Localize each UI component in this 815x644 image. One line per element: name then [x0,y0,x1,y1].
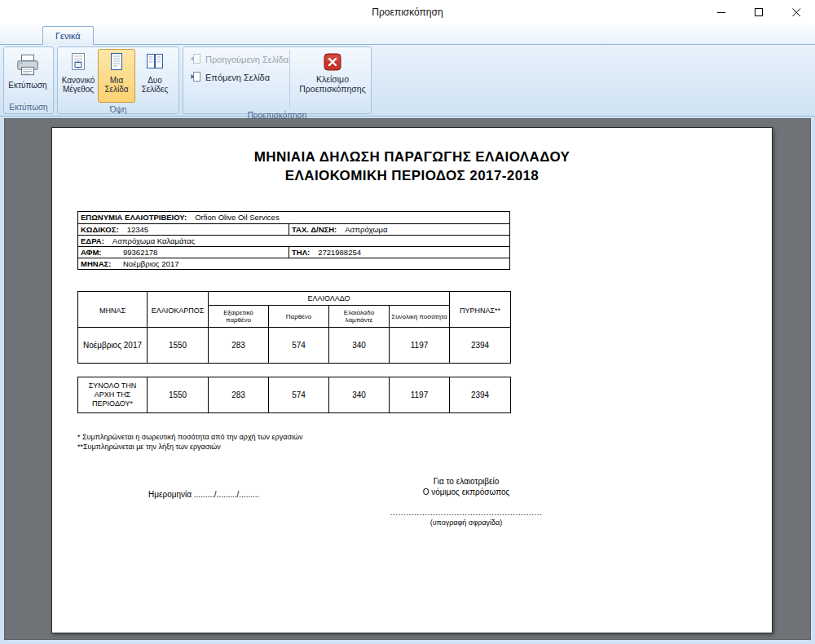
ribbon: Εκτύπωση Εκτύπωση [0,45,815,117]
page-nav-stack: Προηγούμενη Σελίδα Επόμενη Σελίδα [185,49,289,87]
month-label: ΜΗΝΑΣ: [81,258,115,269]
date-line: Ημερομηνία ........./........./......... [148,490,259,499]
previous-page-label: Προηγούμενη Σελίδα [205,55,289,64]
info-row-month: ΜΗΝΑΣ: Νοέμβριος 2017 [78,258,509,269]
tab-genika[interactable]: Γενικά [42,26,94,45]
cell-pomace: 2394 [450,328,511,364]
previous-page-button: Προηγούμενη Σελίδα [187,51,288,67]
print-button[interactable]: Εκτύπωση [6,49,50,99]
total-lampante: 340 [329,377,390,413]
close-icon [792,8,801,17]
tax-address-label: ΤΑΧ. Δ/ΝΣΗ: [292,224,337,235]
print-button-label: Εκτύπωση [8,81,46,90]
totals-label: ΣΥΝΟΛΟ ΤΗΝ ΑΡΧΗ ΤΗΣ ΠΕΡΙΟΔΟΥ* [78,377,148,413]
tel-value: 2721988254 [318,247,361,258]
one-page-label: Μια Σελίδα [99,76,134,94]
normal-size-button[interactable]: Κανονικό Μέγεθος [59,49,97,103]
total-olive-fruit: 1550 [148,377,209,413]
view-group-label: Όψη [58,104,178,115]
signature-dots-line: ........................................… [385,507,548,518]
mill-name-value: Orfion Olive Oil Services [195,212,279,223]
minimize-button[interactable] [703,0,740,24]
signature-stamp-line: (υπογραφή σφραγίδα) [385,518,548,528]
printer-icon [15,53,40,79]
cell-total-quantity: 1197 [390,328,450,364]
close-preview-label: Κλείσιμο Προεπισκόπησης [296,74,369,94]
header-olive-fruit: ΕΛΑΙΟΚΑΡΠΟΣ [148,292,209,328]
one-page-button[interactable]: Μια Σελίδα [98,49,135,103]
total-virgin: 574 [269,377,329,413]
mill-name-label: ΕΠΩΝΥΜΙΑ ΕΛΑΙΟΤΡΙΒΕΙΟΥ: [81,212,187,223]
subheader-lampante: Ελαιόλαδο λαμπάντε [329,306,390,328]
maximize-button[interactable] [740,0,778,24]
mill-code-value: 12345 [127,224,148,235]
next-page-label: Επόμενη Σελίδα [205,73,270,82]
two-pages-label: Δυο Σελίδες [137,76,173,94]
afm-label: ΑΦΜ: [81,247,115,258]
close-preview-button[interactable]: Κλείσιμο Προεπισκόπησης [295,50,370,104]
window-controls [703,0,815,24]
document-page: ΜΗΝΙΑΙΑ ΔΗΛΩΣΗ ΠΑΡΑΓΩΓΗΣ ΕΛΑΙΟΛΑΔΟΥ ΕΛΑΙ… [51,127,773,633]
ribbon-group-view: Κανονικό Μέγεθος Μια Σελίδα [57,46,179,114]
tel-label: ΤΗΛ: [292,247,310,258]
tax-address-value: Ασπρόχωμα [345,224,387,235]
subheader-virgin: Παρθένο [269,306,329,328]
next-page-button[interactable]: Επόμενη Σελίδα [187,69,288,85]
signature-block: Για το ελαιοτριβείο Ο νόμιμος εκπρόσωπος… [385,476,548,528]
seat-value: Ασπρόχωμα Καλαμάτας [112,236,195,246]
titlebar: Προεπισκόπηση [0,0,815,24]
seat-label: ΕΔΡΑ: [81,236,104,246]
document-title-line1: ΜΗΝΙΑΙΑ ΔΗΛΩΣΗ ΠΑΡΑΓΩΓΗΣ ΕΛΑΙΟΛΑΔΟΥ [52,149,772,165]
ribbon-group-print: Εκτύπωση Εκτύπωση [3,46,54,114]
cell-lampante: 340 [329,328,390,364]
print-group-label: Εκτύπωση [4,102,53,113]
subheader-extra-virgin: Εξαιρετικό παρθένο [209,306,269,328]
preview-window: Προεπισκόπηση Γενικά [0,0,815,644]
cell-extra-virgin: 283 [209,328,269,364]
close-button[interactable] [778,0,815,24]
subheader-total-quantity: Συνολική ποσότητα [390,306,450,328]
info-row-code-taxaddr: ΚΩΔΙΚΟΣ: 12345 ΤΑΧ. Δ/ΝΣΗ: Ασπρόχωμα [78,223,509,235]
info-row-name: ΕΠΩΝΥΜΙΑ ΕΛΑΙΟΤΡΙΒΕΙΟΥ: Orfion Olive Oil… [78,212,509,223]
header-month: ΜΗΝΑΣ [78,292,148,328]
month-value: Νοέμβριος 2017 [123,258,178,269]
info-row-seat: ΕΔΡΑ: Ασπρόχωμα Καλαμάτας [78,235,509,246]
window-title: Προεπισκόπηση [0,7,815,18]
cell-olive-fruit: 1550 [148,328,209,364]
total-extra-virgin: 283 [209,377,269,413]
mill-info-table: ΕΠΩΝΥΜΙΑ ΕΛΑΙΟΤΡΙΒΕΙΟΥ: Orfion Olive Oil… [77,211,510,270]
cell-virgin: 574 [269,328,329,364]
previous-page-icon [190,53,201,66]
cell-month: Νοέμβριος 2017 [78,328,148,364]
ribbon-tabstrip: Γενικά [0,24,815,45]
maximize-icon [755,8,764,17]
afm-value: 99362178 [123,247,157,258]
two-pages-button[interactable]: Δυο Σελίδες [136,49,174,103]
two-pages-icon [145,52,165,74]
total-pomace: 2394 [450,377,511,413]
production-row: Νοέμβριος 2017 1550 283 574 340 1197 239… [78,328,511,364]
header-olive-oil: ΕΛΑΙΟΛΑΔΟ [209,292,450,306]
normal-size-icon [68,52,88,74]
normal-size-label: Κανονικό Μέγεθος [60,76,96,94]
minimize-icon [717,8,726,17]
close-preview-icon [324,53,341,73]
footnote-2: **Συμπληρώνεται με την λήξη των εργασιών [77,443,221,451]
footnote-1: * Συμπληρώνεται η σωρευτική ποσότητα από… [77,433,303,441]
ribbon-group-preview: Προηγούμενη Σελίδα Επόμενη Σελίδα [183,46,372,114]
document-title-line2: ΕΛΑΙΟΚΟΜΙΚΗ ΠΕΡΙΟΔΟΣ 2017-2018 [52,168,772,184]
header-pomace: ΠΥΡΗΝΑΣ** [450,292,511,328]
preview-area[interactable]: ΜΗΝΙΑΙΑ ΔΗΛΩΣΗ ΠΑΡΑΓΩΓΗΣ ΕΛΑΙΟΛΑΔΟΥ ΕΛΑΙ… [4,118,811,640]
one-page-icon [107,52,126,74]
totals-row: ΣΥΝΟΛΟ ΤΗΝ ΑΡΧΗ ΤΗΣ ΠΕΡΙΟΔΟΥ* 1550 283 5… [78,377,511,413]
mill-code-label: ΚΩΔΙΚΟΣ: [81,224,119,235]
next-page-icon [190,71,201,84]
signature-for-line: Για το ελαιοτριβείο [385,476,548,487]
info-row-afm-tel: ΑΦΜ: 99362178 ΤΗΛ: 2721988254 [78,246,509,258]
total-total-quantity: 1197 [390,377,450,413]
signature-representative-line: Ο νόμιμος εκπρόσωπος [385,487,548,497]
totals-table: ΣΥΝΟΛΟ ΤΗΝ ΑΡΧΗ ΤΗΣ ΠΕΡΙΟΔΟΥ* 1550 283 5… [77,377,511,413]
production-table: ΜΗΝΑΣ ΕΛΑΙΟΚΑΡΠΟΣ ΕΛΑΙΟΛΑΔΟ ΠΥΡΗΝΑΣ** Εξ… [77,291,511,364]
